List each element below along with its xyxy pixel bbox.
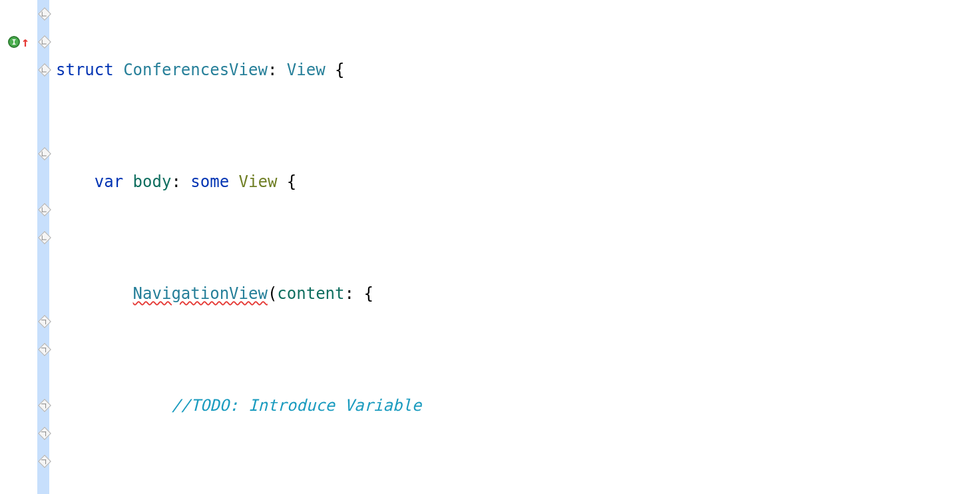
fold-down-icon[interactable] <box>38 147 51 160</box>
gutter-row <box>0 364 53 391</box>
fold-down-icon[interactable] <box>38 63 51 77</box>
fold-up-icon[interactable] <box>38 399 51 412</box>
punct: : <box>171 172 190 191</box>
comment: // <box>171 396 190 415</box>
fold-up-icon[interactable] <box>38 455 51 468</box>
type-name: NavigationView <box>133 284 268 303</box>
gutter-row[interactable] <box>0 56 53 84</box>
up-arrow-icon: ↑ <box>21 34 29 50</box>
type-name: ConferencesView <box>123 61 268 79</box>
punct: ( <box>268 284 277 303</box>
type-name: View <box>287 61 326 79</box>
gutter-row[interactable] <box>0 447 53 475</box>
fold-up-icon[interactable] <box>38 343 51 356</box>
fold-down-icon[interactable] <box>38 231 51 244</box>
gutter-row[interactable] <box>0 196 53 224</box>
fold-up-icon[interactable] <box>38 315 51 328</box>
gutter-row <box>0 280 53 308</box>
gutter-row[interactable]: I ↑ <box>0 28 53 56</box>
code-line[interactable]: var body: some View { <box>56 168 980 196</box>
keyword: var <box>95 172 133 191</box>
inspection-mark-icon[interactable]: I <box>8 36 20 48</box>
punct: : <box>268 61 287 79</box>
punct: { <box>326 61 345 79</box>
gutter: I ↑ <box>0 0 53 494</box>
identifier: body <box>133 172 172 191</box>
param-label: content <box>277 284 344 303</box>
gutter-row[interactable] <box>0 140 53 168</box>
fold-down-icon[interactable] <box>38 203 51 216</box>
gutter-row <box>0 84 53 112</box>
gutter-row[interactable] <box>0 224 53 252</box>
code-editor[interactable]: struct ConferencesView: View { var body:… <box>53 0 980 494</box>
gutter-row[interactable] <box>0 336 53 364</box>
gutter-row <box>0 112 53 140</box>
keyword: struct <box>56 61 123 79</box>
gutter-row[interactable] <box>0 391 53 419</box>
gutter-row[interactable] <box>0 419 53 447</box>
punct: : { <box>345 284 373 303</box>
keyword: some <box>190 172 238 191</box>
code-line[interactable]: NavigationView(content: { <box>56 280 980 308</box>
gutter-row <box>0 168 53 196</box>
punct: { <box>277 172 296 191</box>
fold-up-icon[interactable] <box>38 427 51 440</box>
code-line[interactable]: //TODO: Introduce Variable <box>56 391 980 419</box>
gutter-row[interactable] <box>0 308 53 336</box>
code-line[interactable]: struct ConferencesView: View { <box>56 56 980 84</box>
gutter-row <box>0 252 53 280</box>
comment: TODO: Introduce Variable <box>190 396 421 415</box>
gutter-row[interactable] <box>0 0 53 28</box>
type-name: View <box>239 172 278 191</box>
fold-down-icon[interactable] <box>38 35 51 49</box>
